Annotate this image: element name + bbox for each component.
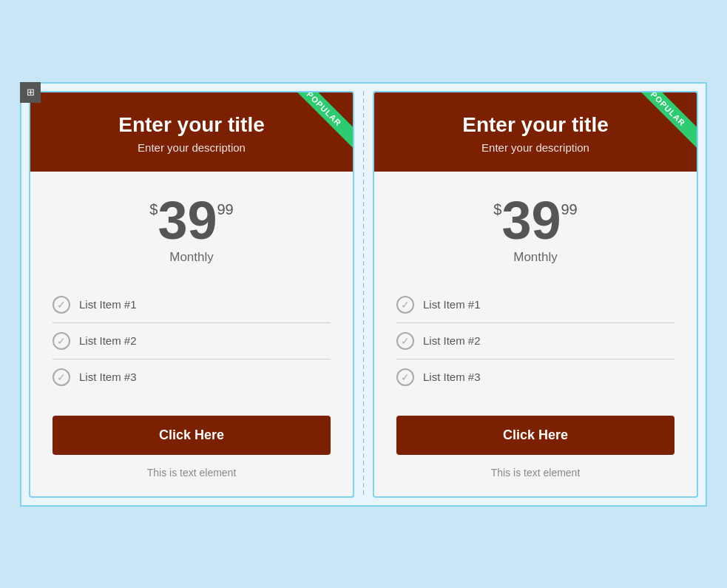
feature-text-2-3: List Item #3 bbox=[423, 371, 481, 383]
price-cents-1: 99 bbox=[217, 201, 233, 218]
price-main-2: 39 bbox=[501, 194, 561, 247]
list-item: ✓ List Item #1 bbox=[396, 287, 674, 323]
list-item: ✓ List Item #3 bbox=[396, 359, 674, 395]
card-title-2: Enter your title bbox=[389, 113, 682, 137]
price-row-2: $ 39 99 bbox=[396, 194, 674, 247]
price-section-1: $ 39 99 Monthly bbox=[53, 194, 331, 265]
card-divider bbox=[363, 91, 364, 498]
list-item: ✓ List Item #3 bbox=[53, 359, 331, 395]
card-header-2: Enter your title Enter your description … bbox=[374, 92, 697, 172]
card-title-1: Enter your title bbox=[45, 113, 338, 137]
price-period-1: Monthly bbox=[53, 250, 331, 265]
check-icon-2-1: ✓ bbox=[396, 296, 414, 314]
check-icon-1-3: ✓ bbox=[53, 368, 70, 386]
list-item: ✓ List Item #1 bbox=[53, 287, 331, 323]
price-period-2: Monthly bbox=[396, 250, 674, 265]
feature-text-1-2: List Item #2 bbox=[79, 334, 137, 347]
card-description-2: Enter your description bbox=[389, 141, 682, 154]
price-dollar-2: $ bbox=[493, 201, 501, 218]
price-dollar-1: $ bbox=[149, 201, 158, 218]
feature-text-2-1: List Item #1 bbox=[423, 298, 481, 311]
price-section-2: $ 39 99 Monthly bbox=[396, 194, 674, 265]
feature-text-2-2: List Item #2 bbox=[423, 334, 481, 347]
check-icon-1-2: ✓ bbox=[53, 332, 70, 350]
cta-button-1[interactable]: Click Here bbox=[53, 416, 331, 455]
feature-text-1-3: List Item #3 bbox=[79, 371, 137, 383]
card-body-2: $ 39 99 Monthly ✓ List Item #1 ✓ List It… bbox=[374, 172, 697, 496]
cta-button-2[interactable]: Click Here bbox=[396, 416, 674, 455]
check-icon-1-1: ✓ bbox=[53, 296, 70, 314]
card-body-1: $ 39 99 Monthly ✓ List Item #1 ✓ List It… bbox=[30, 172, 353, 496]
text-element-1: This is text element bbox=[53, 467, 331, 479]
card-header-1: Enter your title Enter your description … bbox=[30, 92, 353, 172]
check-icon-2-3: ✓ bbox=[396, 368, 414, 386]
features-list-2: ✓ List Item #1 ✓ List Item #2 ✓ List Ite… bbox=[396, 287, 674, 395]
price-cents-2: 99 bbox=[561, 201, 577, 218]
price-main-1: 39 bbox=[158, 194, 217, 247]
features-list-1: ✓ List Item #1 ✓ List Item #2 ✓ List Ite… bbox=[53, 287, 331, 395]
pricing-card-1: ✎ Enter your title Enter your descriptio… bbox=[29, 91, 354, 498]
list-item: ✓ List Item #2 bbox=[53, 323, 331, 359]
check-icon-2-2: ✓ bbox=[396, 332, 414, 350]
price-row-1: $ 39 99 bbox=[53, 194, 331, 247]
text-element-2: This is text element bbox=[396, 467, 674, 479]
pricing-cards-wrapper: ⊞ ✎ Enter your title Enter your descript… bbox=[20, 82, 707, 507]
pricing-card-2: Enter your title Enter your description … bbox=[373, 91, 698, 498]
list-item: ✓ List Item #2 bbox=[396, 323, 674, 359]
card-description-1: Enter your description bbox=[45, 141, 338, 154]
feature-text-1-1: List Item #1 bbox=[79, 298, 137, 311]
toolbar-grid-icon[interactable]: ⊞ bbox=[20, 82, 41, 103]
